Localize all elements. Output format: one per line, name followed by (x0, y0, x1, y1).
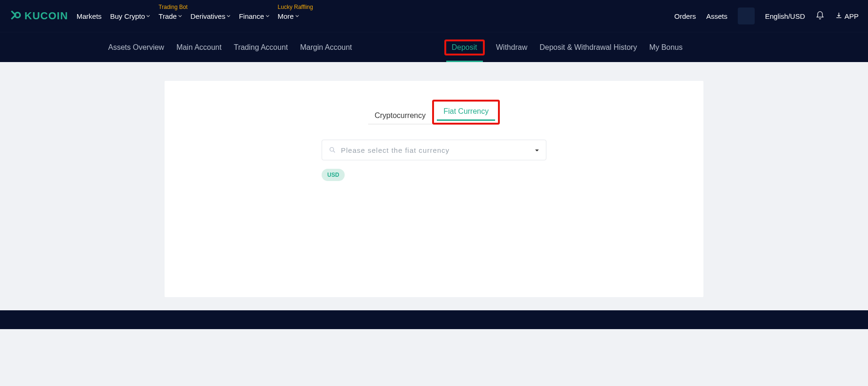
lang-label: English/USD (765, 12, 805, 20)
chevron-down-icon (227, 14, 230, 18)
tab-cryptocurrency[interactable]: Cryptocurrency (368, 108, 432, 125)
chevron-down-icon (146, 14, 150, 18)
nav-label: More (278, 12, 294, 20)
subnav-deposit[interactable]: Deposit (444, 39, 485, 55)
account-subnav: Assets Overview Main Account Trading Acc… (0, 32, 868, 62)
nav-label: Trade (158, 12, 177, 20)
nav-label: Finance (239, 12, 264, 20)
footer-bar (0, 310, 868, 329)
top-nav: KUCOIN Markets Buy Crypto Trading Bot Tr… (0, 0, 868, 32)
nav-label: Buy Crypto (110, 12, 145, 20)
fiat-currency-select[interactable]: Please select the fiat currency (322, 140, 546, 160)
deposit-type-tabs: Cryptocurrency Fiat Currency (368, 100, 500, 125)
nav-trade[interactable]: Trading Bot Trade (158, 12, 182, 20)
avatar[interactable] (738, 8, 755, 24)
subnav-assets-overview[interactable]: Assets Overview (107, 40, 165, 55)
subnav-trading-account[interactable]: Trading Account (233, 40, 289, 55)
app-label: APP (844, 12, 859, 20)
nav-finance[interactable]: Finance (239, 12, 269, 20)
nav-markets[interactable]: Markets (77, 12, 102, 20)
assets-link[interactable]: Assets (706, 12, 727, 20)
subnav-withdraw[interactable]: Withdraw (495, 40, 529, 55)
subnav-label: Trading Account (234, 43, 288, 51)
orders-link[interactable]: Orders (674, 12, 696, 20)
bell-icon (815, 11, 825, 22)
subnav-label: My Bonus (649, 43, 683, 51)
subnav-label: Margin Account (300, 43, 352, 51)
notifications-button[interactable] (815, 11, 825, 22)
nav-derivatives[interactable]: Derivatives (190, 12, 230, 20)
subnav-label: Deposit & Withdrawal History (539, 43, 637, 51)
nav-buy-crypto[interactable]: Buy Crypto (110, 12, 150, 20)
subnav-margin-account[interactable]: Margin Account (299, 40, 353, 55)
currency-chips: USD (322, 169, 546, 181)
search-icon (329, 146, 336, 154)
download-icon (835, 12, 843, 21)
chip-label: USD (327, 172, 339, 178)
tab-fiat-highlight: Fiat Currency (432, 100, 500, 125)
tab-label: Fiat Currency (443, 107, 489, 115)
caret-down-icon (535, 146, 539, 154)
chevron-down-icon (178, 14, 182, 18)
logo-icon (9, 9, 22, 23)
chip-usd[interactable]: USD (322, 169, 345, 181)
subnav-history[interactable]: Deposit & Withdrawal History (538, 40, 638, 55)
assets-label: Assets (706, 12, 727, 20)
chevron-down-icon (266, 14, 269, 18)
subnav-label: Assets Overview (108, 43, 164, 51)
primary-nav: Markets Buy Crypto Trading Bot Trade Der… (77, 12, 299, 20)
subnav-label: Main Account (176, 43, 221, 51)
subnav-label: Withdraw (496, 43, 528, 51)
brand-name: KUCOIN (24, 10, 68, 22)
subnav-main-account[interactable]: Main Account (175, 40, 222, 55)
subnav-my-bonus[interactable]: My Bonus (648, 40, 684, 55)
tab-fiat-currency[interactable]: Fiat Currency (437, 103, 495, 121)
nav-more[interactable]: Lucky Raffling More (278, 12, 299, 20)
nav-label: Markets (77, 12, 102, 20)
orders-label: Orders (674, 12, 696, 20)
brand-logo[interactable]: KUCOIN (9, 9, 68, 23)
deposit-card: Cryptocurrency Fiat Currency Please sele… (165, 81, 703, 297)
select-placeholder: Please select the fiat currency (341, 146, 450, 154)
nav-badge: Trading Bot (158, 4, 188, 10)
lang-currency-selector[interactable]: English/USD (765, 12, 805, 20)
svg-point-1 (330, 148, 334, 151)
nav-label: Derivatives (190, 12, 225, 20)
nav-badge: Lucky Raffling (278, 4, 313, 10)
tab-label: Cryptocurrency (375, 111, 426, 119)
utility-nav: Orders Assets English/USD APP (674, 8, 859, 24)
app-download-link[interactable]: APP (835, 12, 859, 21)
chevron-down-icon (295, 14, 299, 18)
subnav-label: Deposit (452, 43, 477, 51)
page-body: Cryptocurrency Fiat Currency Please sele… (0, 62, 868, 310)
